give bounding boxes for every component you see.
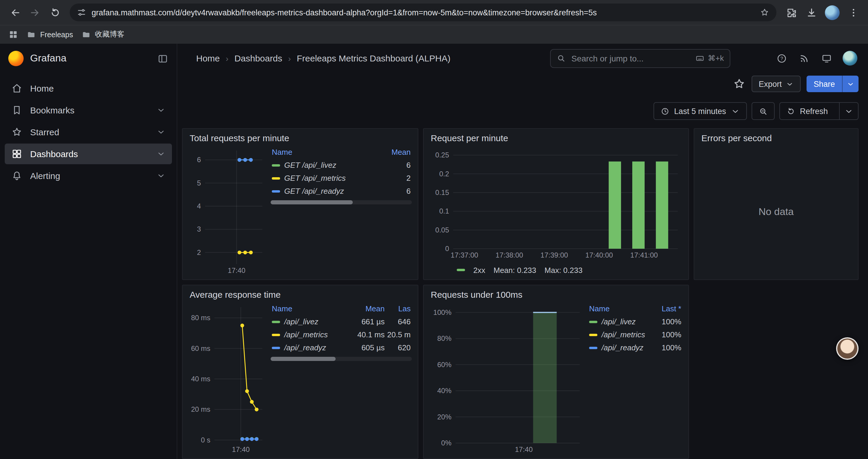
extensions-icon[interactable] [782, 4, 800, 21]
legend-scrollbar[interactable] [271, 200, 412, 204]
sidebar-item-alerting[interactable]: Alerting [5, 165, 172, 186]
panel-title[interactable]: Total requests per minute [183, 129, 418, 145]
apps-grid-icon[interactable] [8, 30, 18, 40]
panel-title[interactable]: Errors per second [694, 129, 858, 145]
user-avatar[interactable] [843, 51, 857, 66]
refresh-action[interactable]: Refresh [780, 103, 834, 119]
legend-row[interactable]: /api/_metrics 100% [588, 328, 682, 341]
site-settings-icon[interactable] [77, 8, 86, 17]
svg-text:20%: 20% [437, 413, 452, 421]
panel-total-requests-per-minute: Total requests per minute 6543217:40 Nam… [182, 128, 418, 280]
share-button[interactable]: Share [807, 76, 859, 92]
sidebar-item-bookmarks[interactable]: Bookmarks [5, 100, 172, 121]
legend-header-mean[interactable]: Mean [381, 146, 412, 158]
star-icon [11, 126, 23, 138]
sidebar-item-dashboards[interactable]: Dashboards [5, 143, 172, 164]
zoom-out-time-button[interactable] [751, 102, 774, 120]
svg-text:17:38:00: 17:38:00 [495, 251, 523, 259]
floating-avatar[interactable] [836, 337, 859, 360]
news-rss-icon[interactable] [799, 53, 809, 64]
export-button[interactable]: Export [752, 76, 801, 92]
browser-toolbar: grafana.mathmast.com/d/deytv4rwavabkb/fr… [0, 0, 868, 25]
breadcrumb-dashboards[interactable]: Dashboards [234, 53, 282, 63]
legend-header-name[interactable]: Name [271, 146, 381, 158]
favorite-star-icon[interactable] [733, 77, 746, 90]
refresh-interval-toggle[interactable] [839, 103, 858, 119]
search-shortcut: ⌘+k [695, 54, 724, 63]
sidebar-collapse-icon[interactable] [157, 53, 168, 64]
legend-header-mean[interactable]: Mean [349, 302, 386, 315]
refresh-button[interactable]: Refresh [779, 102, 859, 120]
header-icons: ? [776, 53, 832, 64]
help-icon[interactable]: ? [776, 53, 787, 64]
reload-icon[interactable] [46, 4, 64, 21]
bar-chart[interactable]: 00.050.10.150.20.2517:37:0017:38:0017:39… [430, 145, 682, 261]
share-menu-toggle[interactable] [842, 76, 859, 92]
browser-menu-icon[interactable] [844, 4, 862, 21]
search-input[interactable] [570, 53, 691, 64]
legend-header-name[interactable]: Name [271, 302, 349, 315]
display-icon[interactable] [821, 53, 832, 64]
timeseries-chart[interactable]: 80 ms60 ms40 ms20 ms0 s17:40 [188, 301, 267, 455]
chevron-down-icon[interactable] [157, 171, 165, 180]
brand-title: Grafana [30, 53, 66, 64]
series-color-swatch [272, 334, 280, 336]
legend-scrollbar[interactable] [271, 357, 412, 361]
search-box[interactable]: ⌘+k [550, 49, 730, 68]
svg-text:60%: 60% [437, 361, 452, 369]
url-bar[interactable]: grafana.mathmast.com/d/deytv4rwavabkb/fr… [70, 4, 776, 21]
breadcrumb-home[interactable]: Home [196, 53, 220, 63]
legend-header-last[interactable]: Las [386, 302, 412, 315]
time-range-picker[interactable]: Last 5 minutes [653, 102, 747, 120]
sidebar-item-starred[interactable]: Starred [5, 122, 172, 142]
bookmark-folder-freeleaps[interactable]: Freeleaps [27, 30, 73, 39]
sidebar-item-home[interactable]: Home [5, 78, 172, 99]
scrollbar-thumb[interactable] [271, 200, 352, 204]
panel-title[interactable]: Average response time [183, 285, 418, 301]
breadcrumb-separator-icon: › [288, 54, 291, 63]
panel-title[interactable]: Requests under 100ms [424, 285, 688, 301]
legend-table: Name Mean Las /api/_livez 661 µs 646 [271, 301, 412, 455]
bar-chart[interactable]: 100%80%60%40%20%0%17:40 [430, 301, 584, 455]
panel-title[interactable]: Request per minute [424, 129, 688, 145]
legend-row[interactable]: GET /api/_livez 6 [271, 158, 412, 171]
legend-row[interactable]: /api/_readyz 100% [588, 341, 682, 354]
series-color-swatch [272, 321, 280, 323]
series-color-swatch [589, 347, 597, 349]
forward-icon[interactable] [26, 4, 44, 21]
chevron-down-icon [847, 80, 855, 88]
timeseries-chart[interactable]: 6543217:40 [188, 145, 267, 276]
refresh-label: Refresh [800, 107, 828, 116]
bookmark-star-icon[interactable] [760, 8, 769, 17]
browser-profile-avatar[interactable] [825, 5, 840, 20]
svg-text:100%: 100% [433, 308, 452, 316]
chevron-down-icon[interactable] [157, 150, 165, 158]
legend-series-2xx[interactable]: 2xx [457, 266, 485, 274]
chevron-down-icon[interactable] [157, 128, 165, 136]
svg-text:20 ms: 20 ms [191, 405, 210, 413]
legend-row[interactable]: /api/_livez 661 µs 646 [271, 315, 412, 328]
screen: grafana.mathmast.com/d/deytv4rwavabkb/fr… [0, 0, 868, 459]
chevron-down-icon[interactable] [157, 106, 165, 114]
legend-row[interactable]: /api/_metrics 40.1 ms 20.5 m [271, 328, 412, 341]
legend-header-last[interactable]: Last * [652, 302, 682, 315]
grafana-logo[interactable] [8, 51, 24, 66]
share-label[interactable]: Share [807, 76, 842, 92]
svg-text:17:41:00: 17:41:00 [630, 251, 658, 259]
svg-text:5: 5 [197, 179, 201, 187]
svg-text:?: ? [780, 56, 783, 61]
downloads-icon[interactable] [802, 4, 820, 21]
scrollbar-thumb[interactable] [271, 357, 336, 361]
back-icon[interactable] [6, 4, 24, 21]
dashboards-icon [11, 148, 23, 160]
legend-row[interactable]: GET /api/_readyz 6 [271, 184, 412, 197]
bookmark-folder-blogs[interactable]: 收藏博客 [81, 30, 124, 40]
legend-row[interactable]: /api/_livez 100% [588, 315, 682, 328]
legend-row[interactable]: GET /api/_metrics 2 [271, 171, 412, 184]
url-text[interactable]: grafana.mathmast.com/d/deytv4rwavabkb/fr… [92, 8, 754, 17]
legend-header-name[interactable]: Name [588, 302, 652, 315]
legend-mean: Mean: 0.233 [493, 266, 536, 274]
svg-text:40%: 40% [437, 387, 452, 395]
zoom-out-icon [758, 107, 767, 116]
legend-row[interactable]: /api/_readyz 605 µs 620 [271, 341, 412, 354]
